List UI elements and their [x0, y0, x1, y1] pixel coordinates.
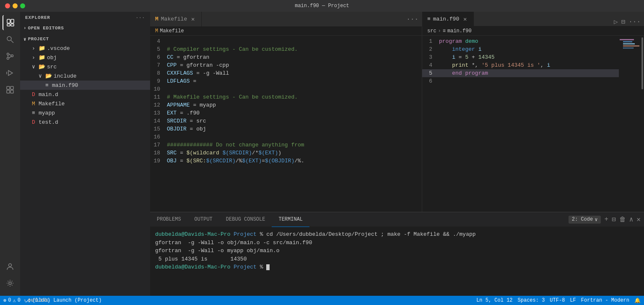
code-line-8: 8 CXXFLAGS = -g -Wall [150, 69, 422, 77]
close-terminal-icon[interactable]: ✕ [636, 215, 641, 224]
run-debug-icon[interactable] [3, 65, 18, 81]
src-label: src [47, 64, 150, 70]
problems-label: PROBLEMS [157, 216, 181, 222]
title-bar: main.f90 — Project [0, 0, 644, 12]
sidebar-item-vscode[interactable]: › 📁 .vscode [20, 44, 150, 53]
extensions-icon[interactable] [3, 82, 18, 97]
settings-icon[interactable] [3, 276, 18, 291]
makefile-close-icon[interactable]: ✕ [190, 16, 196, 23]
status-errors[interactable]: ⊗ 0 ⚠ 0 [3, 297, 21, 304]
svg-point-7 [7, 57, 9, 60]
add-terminal-icon[interactable]: + [604, 216, 608, 223]
sidebar-item-include[interactable]: ∨ 📂 include [20, 71, 150, 81]
sidebar-item-myapp[interactable]: ≡ myapp [20, 108, 150, 117]
makefile-tab[interactable]: M Makefile ✕ [150, 12, 202, 26]
sidebar-item-makefile[interactable]: M Makefile [20, 99, 150, 108]
fortran-icon: ≡ [427, 16, 431, 22]
sidebar: EXPLORER ··· › OPEN EDITORS ∨ PROJECT › … [20, 12, 150, 296]
tab-debug-console[interactable]: DEBUG CONSOLE [219, 212, 272, 227]
sidebar-content: › OPEN EDITORS ∨ PROJECT › 📁 .vscode › 📁… [20, 23, 150, 296]
fortran-editor: ≡ main.f90 ✕ ▷ ⊟ ··· src › ≡ main.f90 [422, 12, 644, 212]
chevron-down-icon: ∨ [595, 216, 597, 223]
tab-terminal[interactable]: TERMINAL [272, 212, 309, 227]
window-title: main.f90 — Project [295, 3, 349, 9]
chevron-down-icon: ∨ [37, 73, 44, 79]
delete-terminal-icon[interactable]: 🗑 [619, 216, 626, 224]
sidebar-title: EXPLORER [25, 15, 50, 20]
svg-point-18 [9, 264, 12, 267]
terminal-line-4: 5 plus 14345 is 14350 [155, 255, 639, 263]
code-line-19: 19 OBJ = $(SRC:$(SRCDIR)/%$(EXT)=$(OBJDI… [150, 157, 422, 165]
terminal-actions: 2: Code ∨ + ⊟ 🗑 ∧ ✕ [565, 215, 644, 224]
sidebar-item-main-f90[interactable]: ≡ main.f90 [20, 81, 150, 90]
myapp-label: myapp [39, 110, 150, 116]
makefile-code-content[interactable]: 4 5 # Compiler settings - Can be customi… [150, 36, 422, 212]
code-line-11: 11 # Makefile settings - Can be customiz… [150, 93, 422, 101]
sidebar-more-icon[interactable]: ··· [136, 15, 145, 20]
files-icon[interactable] [3, 15, 18, 30]
split-terminal-icon[interactable]: ⊟ [612, 215, 616, 224]
fortran-tab-bar: ≡ main.f90 ✕ ▷ ⊟ ··· [422, 12, 644, 26]
terminal-line-3: gfortran -g -Wall -o myapp obj/main.o [155, 247, 639, 255]
svg-rect-17 [10, 90, 13, 93]
run-icon[interactable]: ▷ [614, 18, 618, 26]
sidebar-header: EXPLORER ··· [20, 12, 150, 23]
makefile-tab-bar: M Makefile ✕ ··· [150, 12, 422, 26]
close-dot[interactable] [5, 3, 10, 8]
svg-rect-0 [7, 19, 10, 23]
code-line-18: 18 SRC = $(wildcard $(SRCDIR)/*$(EXT)) [150, 149, 422, 157]
fortran-line-6: 6 [422, 77, 619, 85]
makefile-breadcrumb: M Makefile [150, 26, 422, 36]
code-line-15: 15 OBJDIR = obj [150, 125, 422, 133]
tab-problems[interactable]: PROBLEMS [150, 212, 188, 227]
svg-rect-16 [7, 90, 10, 93]
terminal-content[interactable]: dubbelda@Davids-Mac-Pro Project % cd /Us… [150, 227, 644, 296]
sidebar-item-test-d[interactable]: D test.d [20, 117, 150, 127]
window-controls[interactable] [5, 3, 25, 8]
folder-open-icon: 📂 [39, 63, 45, 70]
terminal-tab-bar: PROBLEMS OUTPUT DEBUG CONSOLE TERMINAL 2… [150, 212, 644, 227]
chevron-up-icon[interactable]: ∧ [629, 215, 634, 224]
code-line-12: 12 APPNAME = myapp [150, 101, 422, 109]
svg-line-10 [9, 55, 11, 56]
obj-label: obj [47, 55, 150, 61]
terminal-dropdown[interactable]: 2: Code ∨ [569, 216, 601, 224]
split-editor-icon[interactable]: ⊟ [621, 18, 626, 26]
search-icon[interactable] [3, 32, 18, 47]
file-d2-icon: D [30, 119, 37, 125]
terminal-line-2: gfortran -g -Wall -o obj/main.o -c src/m… [155, 239, 639, 247]
sidebar-item-main-d[interactable]: D main.d [20, 90, 150, 99]
activity-bar [0, 12, 20, 296]
code-line-13: 13 EXT = .f90 [150, 109, 422, 117]
file-m-icon: M [30, 101, 37, 107]
main-d-label: main.d [39, 91, 150, 98]
file-d-icon: D [30, 91, 37, 98]
file-icon: ≡ [44, 82, 50, 89]
fortran-tab-label: main.f90 [433, 16, 459, 22]
open-editors-header[interactable]: › OPEN EDITORS [20, 23, 150, 33]
fortran-tab[interactable]: ≡ main.f90 ✕ [422, 12, 474, 26]
project-header[interactable]: ∨ PROJECT [20, 34, 150, 44]
terminal-cursor [266, 264, 270, 270]
fortran-code-content[interactable]: 1 program demo 2 integer i 3 i = 5 + 143… [422, 36, 644, 212]
more-actions-icon[interactable]: ··· [628, 18, 641, 26]
sidebar-item-src[interactable]: ∨ 📂 src [20, 62, 150, 71]
editor-area: M Makefile ✕ ··· M Makefile 4 [150, 12, 644, 296]
svg-marker-12 [8, 70, 13, 76]
source-control-icon[interactable] [3, 49, 18, 64]
test-d-label: test.d [39, 119, 150, 125]
maximize-dot[interactable] [20, 3, 25, 8]
fortran-breadcrumb: src › ≡ main.f90 [422, 26, 644, 36]
tab-output[interactable]: OUTPUT [188, 212, 219, 227]
fortran-close-icon[interactable]: ✕ [462, 16, 468, 22]
sidebar-item-obj[interactable]: › 📁 obj [20, 53, 150, 62]
makefile-label: Makefile [39, 101, 150, 107]
folder-icon: 📁 [39, 45, 45, 52]
fortran-line-3: 3 i = 5 + 14345 [422, 53, 619, 61]
breadcrumb-src: src [427, 28, 436, 34]
makefile-more-icon[interactable]: ··· [403, 16, 422, 23]
code-line-17: 17 ############## Do not change anything… [150, 141, 422, 149]
minimize-dot[interactable] [13, 3, 18, 8]
account-icon[interactable] [3, 259, 18, 274]
svg-rect-2 [7, 24, 10, 26]
